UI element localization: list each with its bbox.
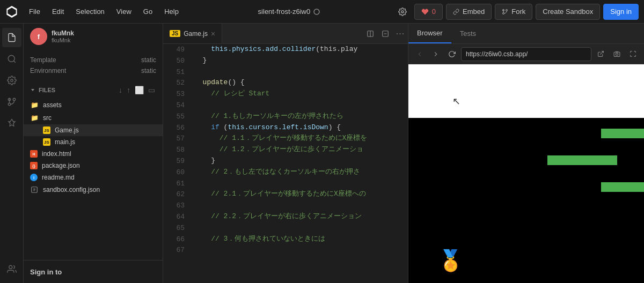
code-line-64: // 2.2．プレイヤーが右に歩くアニメーション: [194, 211, 408, 222]
menu-edit[interactable]: Edit: [47, 5, 69, 18]
new-file-button[interactable]: ▭: [147, 85, 156, 95]
sign-in-button[interactable]: Sign in: [603, 4, 639, 20]
tab-close-button[interactable]: ×: [211, 29, 215, 38]
code-line-59: }: [194, 155, 408, 167]
gear-icon: [398, 8, 407, 16]
line-num-61: 61: [163, 178, 185, 189]
menu-view[interactable]: View: [111, 5, 137, 18]
file-package-json[interactable]: {} package.json: [24, 160, 163, 172]
sign-in-banner: Sign in to: [24, 260, 163, 283]
files-icon: [7, 33, 17, 42]
sidebar-settings-button[interactable]: [2, 71, 21, 90]
rocket-icon: [7, 118, 17, 128]
chevron-down-icon: [30, 87, 35, 93]
browser-content: ↖ 🏅: [408, 64, 644, 283]
file-main-js[interactable]: JS main.js: [24, 136, 163, 148]
sort-down-button[interactable]: ↓: [118, 85, 123, 95]
users-icon: [7, 264, 17, 274]
menu-help[interactable]: Help: [159, 5, 184, 18]
editor-content[interactable]: 49 50 51 52 53 54 55 56 57 58 59 60 61 6…: [163, 44, 408, 283]
files-section: Files ↓ ↑ ⬜ ▭ 📁 assets 📁 src: [24, 81, 163, 260]
line-num-53: 53: [163, 88, 185, 100]
split-editor-button[interactable]: [363, 27, 378, 40]
folder-assets[interactable]: 📁 assets: [24, 99, 163, 111]
edit-icon: [313, 9, 320, 15]
file-game-js[interactable]: JS Game.js: [24, 124, 163, 136]
environment-value: static: [141, 67, 156, 75]
menu-selection[interactable]: Selection: [70, 5, 109, 18]
browser-game-area: 🏅: [408, 118, 644, 283]
code-line-54: [194, 100, 408, 111]
browser-tabs: Browser Tests: [408, 24, 644, 44]
sidebar-team-button[interactable]: [2, 259, 21, 279]
html-file-icon: H: [30, 150, 38, 158]
svg-point-0: [314, 9, 319, 14]
files-title-text: Files: [39, 87, 55, 93]
maximize-icon: [630, 50, 636, 57]
template-value: static: [141, 56, 156, 64]
tab-js-badge: JS: [170, 30, 180, 37]
svg-point-8: [10, 79, 13, 82]
like-button[interactable]: 0: [414, 4, 443, 20]
topbar: File Edit Selection View Go Help silent-…: [0, 0, 644, 24]
browser-fullscreen-button[interactable]: [626, 47, 640, 61]
sidebar-deploy-button[interactable]: [2, 114, 21, 133]
sidebar-git-button[interactable]: [2, 92, 21, 111]
new-folder-button[interactable]: ⬜: [134, 85, 145, 95]
browser-url-bar[interactable]: https://z6iw0.csb.app/: [461, 47, 591, 61]
sidebar-search-button[interactable]: [2, 49, 21, 69]
folder-src[interactable]: 📁 src: [24, 111, 163, 124]
more-options-button[interactable]: ···: [393, 27, 408, 40]
refresh-icon: [448, 50, 456, 58]
sort-up-button[interactable]: ↑: [126, 85, 131, 95]
tab-game-js[interactable]: JS Game.js ×: [163, 24, 222, 43]
sidebar-files-button[interactable]: [2, 28, 21, 47]
tab-tests-label: Tests: [460, 29, 476, 38]
sandbox-name[interactable]: silent-frost-z6iw0: [258, 8, 320, 16]
svg-line-20: [600, 51, 603, 55]
icon-sidebar: [0, 24, 24, 283]
code-line-62: // 2.1．プレイヤーが移動するためにX座標への: [194, 189, 408, 200]
tab-tests[interactable]: Tests: [451, 24, 485, 43]
fork-button[interactable]: Fork: [495, 4, 532, 20]
create-sandbox-button[interactable]: Create Sandbox: [536, 4, 600, 20]
file-package-json-name: package.json: [42, 162, 80, 169]
svg-marker-14: [31, 89, 34, 91]
code-line-67: [194, 244, 408, 256]
file-index-html[interactable]: H index.html: [24, 148, 163, 160]
browser-forward-button[interactable]: [429, 47, 443, 61]
file-sandbox-config[interactable]: sandbox.config.json: [24, 183, 163, 196]
code-line-50: }: [194, 55, 408, 66]
sidebar-meta: Template static Environment static: [24, 49, 163, 81]
line-num-56: 56: [163, 122, 185, 133]
folder-src-name: src: [43, 114, 52, 122]
browser-refresh-button[interactable]: [445, 47, 459, 61]
browser-back-button[interactable]: [413, 47, 427, 61]
embed-button[interactable]: Embed: [446, 4, 492, 20]
svg-point-11: [8, 103, 11, 106]
browser-screenshot-button[interactable]: [610, 47, 624, 61]
git-icon: [7, 97, 17, 107]
menu-go[interactable]: Go: [138, 5, 158, 18]
line-num-62: 62: [163, 189, 185, 200]
external-link-icon: [597, 50, 604, 57]
editor-area: JS Game.js × ··· 49 50 51 52: [163, 24, 408, 283]
settings-button[interactable]: [394, 3, 411, 20]
svg-point-4: [503, 12, 504, 14]
code-display: 49 50 51 52 53 54 55 56 57 58 59 60 61 6…: [163, 44, 408, 283]
code-line-51: [194, 66, 408, 78]
tab-game-js-label: Game.js: [184, 30, 208, 38]
logo[interactable]: [0, 6, 24, 18]
fork-icon: [502, 9, 508, 15]
line-num-52: 52: [163, 77, 185, 88]
menu-file[interactable]: File: [24, 5, 46, 18]
user-handle: fkuMnk: [52, 37, 74, 43]
file-readme-md[interactable]: i readme.md: [24, 172, 163, 183]
platform-3: [601, 182, 644, 192]
wrap-button[interactable]: [378, 27, 393, 40]
browser-open-new-button[interactable]: [594, 47, 608, 61]
line-num-60: 60: [163, 167, 185, 178]
editor-tabs: JS Game.js × ···: [163, 24, 408, 44]
heart-icon: [421, 8, 429, 16]
tab-browser[interactable]: Browser: [408, 24, 451, 43]
